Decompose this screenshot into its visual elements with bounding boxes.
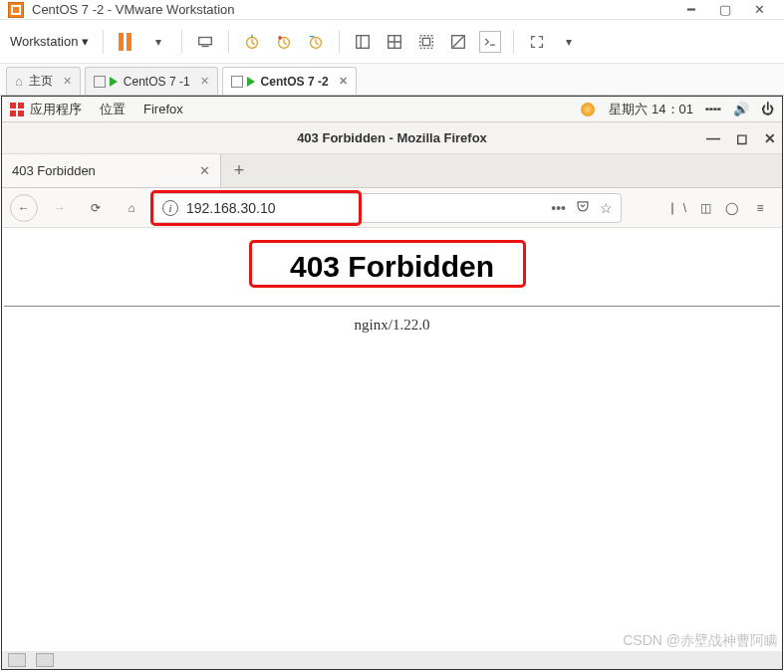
fullscreen-dropdown[interactable]: ▾ (558, 31, 580, 53)
guest-screen: 应用程序 位置 Firefox 星期六 14：01 ╍╍ 🔊 ⏻ 403 For… (1, 96, 783, 670)
firefox-titlebar: 403 Forbidden - Mozilla Firefox — ◻ ✕ (2, 122, 782, 154)
vmware-logo-icon (8, 2, 24, 18)
firefox-nav-toolbar: ← → ⟳ ⌂ i 192.168.30.10 ••• ☆ ⎹⎸\ ◫ ◯ ≡ (2, 188, 782, 228)
snapshot-take-icon[interactable] (241, 31, 263, 53)
power-icon[interactable]: ⏻ (761, 102, 774, 116)
home-icon: ⌂ (15, 74, 23, 89)
forward-button[interactable]: → (46, 194, 74, 222)
power-dropdown[interactable]: ▾ (147, 31, 169, 53)
vmware-titlebar: CentOS 7 -2 - VMware Workstation ━ ▢ ✕ (0, 0, 784, 20)
tab-close-icon[interactable]: ✕ (339, 75, 348, 88)
volume-icon[interactable]: 🔊 (733, 102, 749, 116)
play-icon (110, 77, 118, 87)
panel-time: 14：01 (652, 101, 693, 118)
page-content: 403 Forbidden nginx/1.22.0 (2, 228, 782, 669)
hamburger-menu[interactable]: ≡ (746, 194, 774, 222)
server-signature: nginx/1.22.0 (2, 317, 782, 334)
window-close-button[interactable]: ✕ (742, 2, 776, 17)
vm-tab-centos2[interactable]: CentOS 7 -2 ✕ (222, 67, 357, 95)
view-thumbnails-icon[interactable] (384, 31, 405, 53)
panel-applications[interactable]: 应用程序 (30, 101, 82, 118)
firefox-tab-title: 403 Forbidden (12, 163, 96, 178)
snapshot-revert-icon[interactable] (273, 31, 295, 53)
tab-close-icon[interactable]: ✕ (199, 163, 210, 178)
vm-tab-strip: ⌂ 主页 ✕ CentOS 7 -1 ✕ CentOS 7 -2 ✕ (0, 64, 784, 96)
dock-item[interactable] (36, 653, 54, 667)
svg-rect-0 (199, 37, 212, 44)
vm-tab-centos1[interactable]: CentOS 7 -1 ✕ (85, 67, 218, 95)
send-ctrl-alt-del-button[interactable] (194, 31, 216, 53)
url-bar[interactable]: i 192.168.30.10 ••• ☆ (153, 193, 622, 223)
svg-rect-6 (420, 35, 433, 48)
snapshot-manager-icon[interactable] (305, 31, 327, 53)
panel-firefox[interactable]: Firefox (143, 102, 183, 116)
gnome-dock (2, 651, 782, 669)
new-tab-button[interactable]: + (221, 154, 257, 187)
ff-maximize-button[interactable]: ◻ (736, 130, 748, 146)
workstation-menu-label: Workstation (10, 34, 78, 49)
ff-close-button[interactable]: ✕ (764, 130, 776, 146)
svg-rect-7 (423, 38, 430, 45)
tab-close-icon[interactable]: ✕ (200, 75, 209, 88)
view-single-icon[interactable] (352, 31, 374, 53)
vm-tab-home[interactable]: ⌂ 主页 ✕ (6, 67, 81, 95)
pocket-icon[interactable] (576, 199, 590, 216)
library-icon[interactable]: ⎹⎸\ (661, 201, 686, 215)
back-button[interactable]: ← (10, 194, 38, 222)
account-icon[interactable]: ◯ (725, 201, 738, 215)
view-unity-icon[interactable] (415, 31, 437, 53)
sidebar-icon[interactable]: ◫ (700, 201, 711, 215)
info-icon[interactable]: i (162, 200, 178, 216)
watermark: CSDN @赤壁战神曹阿瞒 (623, 632, 778, 650)
window-minimize-button[interactable]: ━ (674, 2, 708, 17)
firefox-tab[interactable]: 403 Forbidden ✕ (2, 154, 221, 187)
tab-close-icon[interactable]: ✕ (63, 75, 72, 88)
pause-button[interactable] (116, 31, 137, 53)
gnome-top-panel: 应用程序 位置 Firefox 星期六 14：01 ╍╍ 🔊 ⏻ (2, 97, 782, 122)
ff-minimize-button[interactable]: — (706, 130, 720, 146)
view-disconnect-icon[interactable] (447, 31, 469, 53)
dock-item[interactable] (8, 653, 26, 667)
activities-icon[interactable] (10, 103, 24, 116)
vm-tab-label: CentOS 7 -2 (261, 75, 329, 89)
vmware-title-text: CentOS 7 -2 - VMware Workstation (32, 2, 235, 17)
reload-button[interactable]: ⟳ (82, 194, 110, 222)
notification-icon[interactable] (581, 103, 595, 116)
vm-tab-label: 主页 (29, 73, 53, 90)
vm-icon (94, 76, 106, 88)
home-button[interactable]: ⌂ (118, 194, 145, 222)
panel-places[interactable]: 位置 (100, 101, 126, 118)
panel-day: 星期六 (609, 101, 648, 118)
console-button[interactable] (479, 31, 501, 53)
play-icon (247, 77, 255, 87)
page-heading: 403 Forbidden (266, 246, 518, 288)
divider (4, 306, 780, 307)
svg-rect-4 (357, 35, 370, 48)
network-icon[interactable]: ╍╍ (705, 102, 721, 116)
vmware-toolbar: Workstation ▾ ▾ ▾ (0, 20, 784, 64)
chevron-down-icon: ▾ (82, 34, 89, 49)
fullscreen-button[interactable] (526, 31, 548, 53)
url-text: 192.168.30.10 (186, 200, 276, 216)
vm-icon (231, 76, 243, 88)
vm-tab-label: CentOS 7 -1 (124, 75, 190, 89)
workstation-menu[interactable]: Workstation ▾ (8, 30, 91, 53)
window-maximize-button[interactable]: ▢ (708, 2, 742, 17)
page-actions-icon[interactable]: ••• (551, 200, 566, 216)
firefox-tab-strip: 403 Forbidden ✕ + (2, 154, 782, 188)
bookmark-star-icon[interactable]: ☆ (600, 200, 613, 216)
firefox-window-title: 403 Forbidden - Mozilla Firefox (297, 130, 487, 145)
